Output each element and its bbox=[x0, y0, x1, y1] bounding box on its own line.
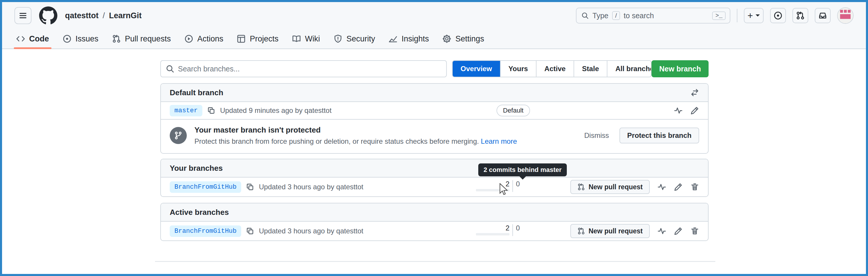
branch-updated-text: Updated 9 minutes ago by qatesttot bbox=[220, 106, 332, 115]
hamburger-menu-button[interactable] bbox=[14, 7, 31, 24]
tab-label: Wiki bbox=[305, 34, 320, 43]
branch-filter-group: Overview Yours Active Stale All branches bbox=[452, 60, 652, 77]
ahead-behind-tracker[interactable]: 2 0 bbox=[476, 224, 520, 236]
tab-label: Code bbox=[29, 34, 49, 43]
your-branches-card: Your branches BranchFromGitHub Updated 3… bbox=[160, 159, 709, 197]
create-new-button[interactable]: + bbox=[744, 8, 764, 23]
new-pull-request-label: New pull request bbox=[589, 183, 643, 191]
search-icon bbox=[581, 12, 589, 20]
row-actions: New pull request bbox=[570, 224, 699, 238]
rename-branch-pencil-icon[interactable] bbox=[674, 227, 683, 235]
book-icon bbox=[292, 34, 301, 43]
app-header: qatesttot / LearnGit Type / to search >_… bbox=[2, 2, 866, 29]
copy-branch-name-button[interactable] bbox=[246, 227, 254, 235]
git-pull-request-icon bbox=[112, 34, 121, 43]
chevron-down-icon bbox=[755, 14, 760, 18]
github-branches-page: qatesttot / LearnGit Type / to search >_… bbox=[0, 0, 868, 276]
protection-description-text: Protect this branch from force pushing o… bbox=[194, 137, 479, 145]
issues-header-button[interactable] bbox=[770, 8, 786, 23]
breadcrumb-repo-link[interactable]: LearnGit bbox=[109, 11, 142, 20]
default-branch-row: master Updated 9 minutes ago by qatestto… bbox=[161, 102, 708, 119]
branch-name-link[interactable]: BranchFromGitHub bbox=[170, 226, 241, 237]
tab-label: Insights bbox=[402, 34, 429, 43]
protection-description: Protect this branch from force pushing o… bbox=[194, 137, 517, 145]
user-avatar[interactable] bbox=[837, 7, 854, 24]
commits-behind-tooltip: 2 commits behind master bbox=[478, 164, 567, 176]
section-title: Active branches bbox=[170, 208, 229, 217]
play-icon bbox=[184, 34, 193, 43]
new-pull-request-button[interactable]: New pull request bbox=[570, 180, 650, 194]
copy-branch-name-button[interactable] bbox=[207, 106, 215, 115]
filter-stale[interactable]: Stale bbox=[574, 61, 608, 77]
tab-issues[interactable]: Issues bbox=[57, 29, 104, 48]
tab-insights[interactable]: Insights bbox=[383, 29, 434, 48]
branch-name-link[interactable]: master bbox=[170, 105, 203, 116]
tab-actions[interactable]: Actions bbox=[179, 29, 229, 48]
your-branch-row: BranchFromGitHub Updated 3 hours ago by … bbox=[161, 177, 708, 196]
filter-all-branches[interactable]: All branches bbox=[608, 61, 652, 77]
breadcrumb-owner-link[interactable]: qatesttot bbox=[65, 11, 98, 20]
activity-icon[interactable] bbox=[674, 106, 683, 115]
delete-branch-trash-icon[interactable] bbox=[690, 227, 699, 235]
tab-projects[interactable]: Projects bbox=[231, 29, 284, 48]
shield-icon bbox=[334, 34, 342, 43]
protect-this-branch-button[interactable]: Protect this branch bbox=[619, 128, 699, 143]
delete-branch-trash-icon[interactable] bbox=[690, 182, 699, 191]
command-palette-icon[interactable]: >_ bbox=[712, 11, 726, 20]
git-branch-icon bbox=[170, 127, 187, 144]
global-search-placeholder-prefix: Type bbox=[592, 11, 608, 20]
tab-label: Issues bbox=[75, 34, 98, 43]
branch-protection-banner: Your master branch isn't protected Prote… bbox=[161, 119, 708, 153]
filter-yours[interactable]: Yours bbox=[501, 61, 536, 77]
hamburger-icon bbox=[19, 11, 27, 20]
issue-opened-icon bbox=[63, 34, 71, 43]
activity-icon[interactable] bbox=[657, 227, 666, 235]
branch-search-input[interactable] bbox=[160, 60, 447, 77]
tab-label: Settings bbox=[455, 34, 484, 43]
rename-branch-pencil-icon[interactable] bbox=[674, 182, 683, 191]
tab-wiki[interactable]: Wiki bbox=[287, 29, 325, 48]
filter-overview[interactable]: Overview bbox=[453, 61, 501, 77]
tab-label: Pull requests bbox=[125, 34, 171, 43]
header-divider bbox=[737, 9, 737, 22]
tab-label: Projects bbox=[250, 34, 279, 43]
branch-name-link[interactable]: BranchFromGitHub bbox=[170, 181, 241, 193]
github-logo-icon[interactable] bbox=[39, 6, 57, 25]
default-branch-header: Default branch bbox=[161, 84, 708, 102]
default-branch-card: Default branch master Updated 9 minutes … bbox=[160, 83, 709, 154]
inbox-header-button[interactable] bbox=[815, 8, 831, 23]
dismiss-button[interactable]: Dismiss bbox=[584, 131, 609, 140]
filter-active[interactable]: Active bbox=[536, 61, 574, 77]
tab-settings[interactable]: Settings bbox=[437, 29, 490, 48]
header-right-controls: Type / to search >_ + bbox=[576, 7, 854, 24]
tab-security[interactable]: Security bbox=[328, 29, 381, 48]
learn-more-link[interactable]: Learn more bbox=[481, 137, 517, 145]
code-icon bbox=[16, 34, 25, 43]
tab-pull-requests[interactable]: Pull requests bbox=[107, 29, 176, 48]
mouse-cursor-icon bbox=[499, 183, 508, 196]
table-icon bbox=[237, 34, 246, 43]
protection-actions: Dismiss Protect this branch bbox=[584, 128, 699, 143]
active-branches-card: Active branches BranchFromGitHub Updated… bbox=[160, 203, 709, 241]
ahead-behind-tracker[interactable]: 2 0 bbox=[476, 180, 520, 192]
copy-branch-name-button[interactable] bbox=[246, 183, 254, 191]
tracker-divider bbox=[513, 224, 513, 236]
new-pull-request-label: New pull request bbox=[589, 227, 643, 235]
branch-updated-text: Updated 3 hours ago by qatesttot bbox=[259, 183, 363, 191]
behind-count-cell: 2 bbox=[476, 224, 509, 236]
branch-toolbar: Overview Yours Active Stale All branches… bbox=[160, 60, 709, 77]
global-search-input[interactable]: Type / to search >_ bbox=[576, 8, 730, 24]
new-pull-request-button[interactable]: New pull request bbox=[570, 224, 650, 238]
rename-branch-pencil-icon[interactable] bbox=[690, 106, 699, 115]
slash-keycap: / bbox=[612, 11, 620, 20]
row-actions bbox=[674, 106, 699, 115]
git-pull-request-icon bbox=[578, 227, 585, 235]
switch-default-branch-icon[interactable] bbox=[690, 88, 699, 97]
ahead-count: 0 bbox=[516, 224, 520, 236]
new-branch-button[interactable]: New branch bbox=[652, 60, 709, 77]
branch-updated-text: Updated 3 hours ago by qatesttot bbox=[259, 227, 363, 235]
activity-icon[interactable] bbox=[657, 182, 666, 191]
ahead-count: 0 bbox=[516, 180, 520, 192]
tab-code[interactable]: Code bbox=[11, 29, 54, 48]
pull-requests-header-button[interactable] bbox=[793, 8, 808, 23]
